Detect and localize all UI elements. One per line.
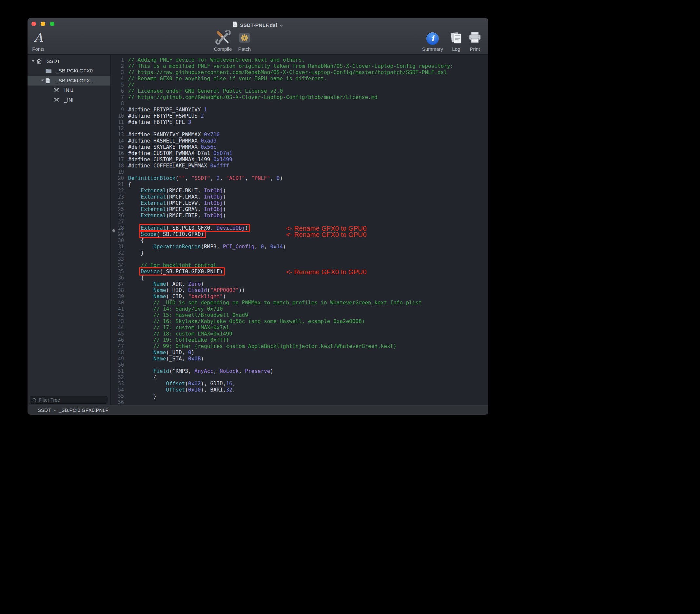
line-number: 49 [111,356,126,362]
code-line[interactable]: 40 // _UID is set depending on PWMMax to… [111,299,488,306]
code-line[interactable]: 18#define COFFEELAKE_PWMMAX 0xffff [111,163,488,169]
code-line[interactable]: 8 [111,100,488,106]
zoom-button[interactable] [50,22,54,26]
close-button[interactable] [32,22,36,26]
code-line[interactable]: 3// https://raw.githubusercontent.com/Re… [111,69,488,75]
code-line[interactable]: 7// https://github.com/RehabMan/OS-X-Clo… [111,94,488,100]
sidebar-item-sb-pci0-gfx[interactable]: _SB.PCI0.GFX… [27,76,110,86]
code-line[interactable]: 55 } [111,393,488,399]
code-text: // 14: Sandy/Ivy 0x710 [128,306,223,312]
sidebar-item-ssdt[interactable]: SSDT [27,57,110,66]
code-line[interactable]: 24 External(RMCF.LEVW, IntObj) [111,200,488,206]
code-line[interactable]: 44 // 17: custom LMAX=0x7a1 [111,324,488,330]
code-text: External(RMCF.LEVW, IntObj) [128,200,226,206]
status-bar: SSDT ▸ _SB.PCI0.GFX0.PNLF [27,405,488,415]
code-line[interactable]: 56 [111,399,488,405]
code-text: OperationRegion(RMP3, PCI_Config, 0, 0x1… [128,243,286,250]
sidebar-item-ini1[interactable]: INI1 [27,86,110,95]
code-line[interactable]: 35 Device(_SB.PCI0.GFX0.PNLF)<- Rename G… [111,268,488,275]
line-number: 14 [111,138,126,144]
code-editor[interactable]: 1// Adding PNLF device for WhateverGreen… [111,55,488,405]
code-line[interactable]: 29 Scope(_SB.PCI0.GFX0)<- Rename GFX0 to… [111,231,488,237]
toolbar: A Fonts Compile [27,30,488,54]
code-line[interactable]: 12 [111,125,488,131]
code-line[interactable]: 2// This is a modified PNLF version orig… [111,63,488,69]
code-line[interactable]: 50 [111,362,488,368]
sidebar-item-ini[interactable]: _INI [27,95,110,105]
code-line[interactable]: 13#define SANDYIVY_PWMMAX 0x710 [111,131,488,138]
line-number: 19 [111,169,126,175]
code-line[interactable]: 26 External(RMCF.FBTP, IntObj) [111,212,488,218]
code-line[interactable]: 33 [111,256,488,262]
log-button[interactable]: Log [449,30,464,52]
line-number: 56 [111,399,126,405]
disclosure-icon[interactable] [39,79,45,82]
code-text: #define COFFEELAKE_PWMMAX 0xffff [128,163,229,169]
line-number: 1 [111,57,126,63]
patch-button[interactable]: Patch [237,30,252,52]
code-line[interactable]: 5// [111,82,488,88]
code-text: // [128,82,134,88]
code-line[interactable]: 14#define HASWELL_PWMMAX 0xad9 [111,138,488,144]
disclosure-icon[interactable] [30,60,36,62]
filter-tree-input[interactable] [30,396,108,404]
code-text: // 17: custom LMAX=0x7a1 [128,324,229,330]
code-line[interactable]: 39 Name(_CID, "backlight") [111,293,488,299]
code-line[interactable]: 53 Offset(0x02), GDID,16, [111,380,488,387]
code-line[interactable]: 51 Field(^RMP3, AnyAcc, NoLock, Preserve… [111,368,488,374]
code-text: Name(_ADR, Zero) [128,281,204,287]
code-line[interactable]: 6// Licensed under GNU General Public Li… [111,88,488,94]
titlebar: SSDT-PNLF.dsl [27,18,488,30]
code-line[interactable]: 52 { [111,374,488,380]
code-line[interactable]: 21{ [111,181,488,187]
code-line[interactable]: 16#define CUSTOM_PWMMAX_07a1 0x07a1 [111,150,488,156]
line-number: 20 [111,175,126,181]
sidebar-item-sb-pci0-gfx0[interactable]: _SB.PCI0.GFX0 [27,66,110,76]
line-number: 4 [111,76,126,82]
code-line[interactable]: 36 { [111,275,488,281]
code-line[interactable]: 1// Adding PNLF device for WhateverGreen… [111,57,488,63]
code-text: // This is a modified PNLF version origi… [128,63,453,69]
fonts-button[interactable]: A Fonts [32,30,45,52]
chevron-down-icon [279,22,283,28]
code-line[interactable]: 31 OperationRegion(RMP3, PCI_Config, 0, … [111,243,488,250]
minimize-button[interactable] [41,22,45,26]
code-line[interactable]: 48 Name(_UID, 0) [111,349,488,355]
code-line[interactable]: 17#define CUSTOM_PWMMAX_1499 0x1499 [111,156,488,163]
document-proxy-icon [233,21,238,29]
status-path-root: SSDT [38,407,51,413]
print-button[interactable]: Print [467,30,483,52]
code-line[interactable]: 41 // 14: Sandy/Ivy 0x710 [111,306,488,312]
code-line[interactable]: 45 // 18: custom LMAX=0x1499 [111,330,488,337]
code-line[interactable]: 9#define FBTYPE_SANDYIVY 1 [111,106,488,113]
code-line[interactable]: 47 // 99: Other (requires custom AppleBa… [111,343,488,349]
code-line[interactable]: 38 Name(_HID, EisaId("APP0002")) [111,287,488,293]
code-line[interactable]: 30 { [111,237,488,243]
code-line[interactable]: 20DefinitionBlock("", "SSDT", 2, "ACDT",… [111,175,488,181]
code-line[interactable]: 25 External(RMCF.GRAN, IntObj) [111,206,488,212]
summary-button[interactable]: i Summary [422,30,443,52]
code-line[interactable]: 46 // 19: CoffeeLake 0xffff [111,337,488,343]
compile-button[interactable]: Compile [214,30,232,52]
code-line[interactable]: 43 // 16: Skylake/KabyLake 0x56c (and so… [111,318,488,324]
code-line[interactable]: 23 External(RMCF.LMAX, IntObj) [111,193,488,200]
code-line[interactable]: 11#define FBTYPE_CFL 3 [111,119,488,125]
line-number: 48 [111,350,126,356]
code-text: // 15: Haswell/Broadwell 0xad9 [128,312,248,318]
code-line[interactable]: 4// Rename GFX0 to anything else if your… [111,75,488,82]
code-line[interactable]: 37 Name(_ADR, Zero) [111,281,488,287]
code-line[interactable]: 19 [111,169,488,175]
code-text: Scope(_SB.PCI0.GFX0) [128,231,204,237]
window-title-group[interactable]: SSDT-PNLF.dsl [233,21,283,29]
code-line[interactable]: 42 // 15: Haswell/Broadwell 0xad9 [111,312,488,318]
line-number: 17 [111,156,126,163]
code-line[interactable]: 22 External(RMCF.BKLT, IntObj) [111,187,488,193]
code-line[interactable]: 49 Name(_STA, 0x0B) [111,355,488,362]
code-line[interactable]: 54 Offset(0x10), BAR1,32, [111,387,488,393]
code-line[interactable]: 32 } [111,250,488,256]
code-line[interactable]: 15#define SKYLAKE_PWMMAX 0x56c [111,144,488,150]
line-number: 42 [111,312,126,318]
code-line[interactable]: 10#define FBTYPE_HSWPLUS 2 [111,113,488,119]
line-number: 5 [111,82,126,88]
line-number: 24 [111,200,126,206]
